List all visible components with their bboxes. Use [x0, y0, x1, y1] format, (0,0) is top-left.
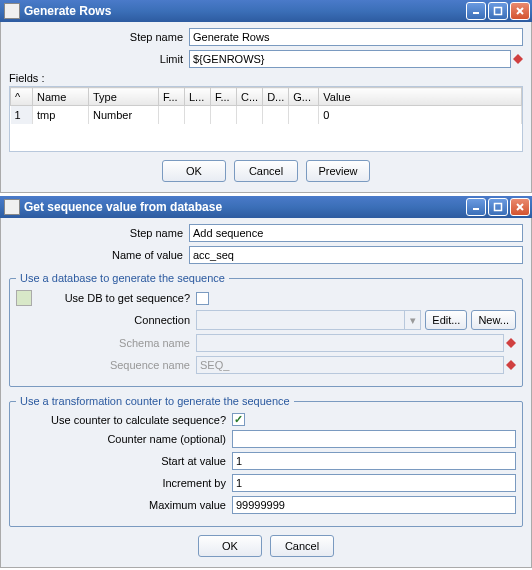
- counter-fieldset: Use a transformation counter to generate…: [9, 395, 523, 527]
- cell-value[interactable]: 0: [319, 106, 522, 124]
- col-idx[interactable]: ^: [11, 88, 33, 106]
- generate-rows-window: Generate Rows Step name Limit Fields : ^: [0, 0, 532, 193]
- use-db-checkbox[interactable]: [196, 292, 209, 305]
- maximize-button[interactable]: [488, 2, 508, 20]
- svg-rect-6: [495, 204, 502, 211]
- svg-marker-4: [513, 54, 523, 64]
- col-value[interactable]: Value: [319, 88, 522, 106]
- titlebar[interactable]: Generate Rows: [0, 0, 532, 22]
- start-at-label: Start at value: [16, 455, 232, 467]
- sequence-name-input: [196, 356, 504, 374]
- sequence-name-label: Sequence name: [16, 359, 196, 371]
- app-icon: [4, 199, 20, 215]
- increment-by-input[interactable]: [232, 474, 516, 492]
- new-connection-button[interactable]: New...: [471, 310, 516, 330]
- step-name-label: Step name: [9, 31, 189, 43]
- maximize-button[interactable]: [488, 198, 508, 216]
- variable-indicator-icon: [506, 338, 516, 348]
- maximum-value-input[interactable]: [232, 496, 516, 514]
- close-button[interactable]: [510, 198, 530, 216]
- col-decimal[interactable]: D...: [263, 88, 289, 106]
- col-precision[interactable]: F...: [211, 88, 237, 106]
- use-counter-label: Use counter to calculate sequence?: [16, 414, 232, 426]
- get-sequence-window: Get sequence value from database Step na…: [0, 196, 532, 568]
- chevron-down-icon: ▾: [404, 311, 420, 329]
- col-name[interactable]: Name: [33, 88, 89, 106]
- variable-indicator-icon: [506, 360, 516, 370]
- limit-input[interactable]: [189, 50, 511, 68]
- step-name-label: Step name: [9, 227, 189, 239]
- table-header-row: ^ Name Type F... L... F... C... D... G..…: [11, 88, 522, 106]
- ok-button[interactable]: OK: [162, 160, 226, 182]
- preview-button[interactable]: Preview: [306, 160, 370, 182]
- col-group[interactable]: G...: [289, 88, 319, 106]
- window-title: Generate Rows: [24, 4, 466, 18]
- limit-label: Limit: [9, 53, 189, 65]
- counter-name-label: Counter name (optional): [16, 433, 232, 445]
- table-row[interactable]: 1 tmp Number 0: [11, 106, 522, 124]
- schema-name-input: [196, 334, 504, 352]
- svg-marker-9: [506, 338, 516, 348]
- help-icon: [16, 290, 32, 306]
- counter-legend: Use a transformation counter to generate…: [16, 395, 294, 407]
- col-currency[interactable]: C...: [237, 88, 263, 106]
- ok-button[interactable]: OK: [198, 535, 262, 557]
- step-name-input[interactable]: [189, 224, 523, 242]
- counter-name-input[interactable]: [232, 430, 516, 448]
- use-counter-checkbox[interactable]: [232, 413, 245, 426]
- minimize-button[interactable]: [466, 198, 486, 216]
- use-db-label: Use DB to get sequence?: [38, 292, 196, 304]
- variable-indicator-icon: [513, 54, 523, 64]
- col-length[interactable]: L...: [185, 88, 211, 106]
- svg-rect-1: [495, 8, 502, 15]
- edit-connection-button[interactable]: Edit...: [425, 310, 467, 330]
- connection-select[interactable]: ▾: [196, 310, 421, 330]
- cell-idx: 1: [11, 106, 33, 124]
- cancel-button[interactable]: Cancel: [234, 160, 298, 182]
- svg-marker-10: [506, 360, 516, 370]
- increment-by-label: Increment by: [16, 477, 232, 489]
- fields-label: Fields :: [9, 72, 523, 84]
- col-format[interactable]: F...: [159, 88, 185, 106]
- database-fieldset: Use a database to generate the sequence …: [9, 272, 523, 387]
- app-icon: [4, 3, 20, 19]
- titlebar[interactable]: Get sequence value from database: [0, 196, 532, 218]
- cell-name[interactable]: tmp: [33, 106, 89, 124]
- fields-table[interactable]: ^ Name Type F... L... F... C... D... G..…: [9, 86, 523, 152]
- window-title: Get sequence value from database: [24, 200, 466, 214]
- database-legend: Use a database to generate the sequence: [16, 272, 229, 284]
- cancel-button[interactable]: Cancel: [270, 535, 334, 557]
- step-name-input[interactable]: [189, 28, 523, 46]
- start-at-input[interactable]: [232, 452, 516, 470]
- name-of-value-input[interactable]: [189, 246, 523, 264]
- schema-name-label: Schema name: [16, 337, 196, 349]
- name-of-value-label: Name of value: [9, 249, 189, 261]
- col-type[interactable]: Type: [89, 88, 159, 106]
- close-button[interactable]: [510, 2, 530, 20]
- minimize-button[interactable]: [466, 2, 486, 20]
- cell-type[interactable]: Number: [89, 106, 159, 124]
- connection-label: Connection: [16, 314, 196, 326]
- maximum-value-label: Maximum value: [16, 499, 232, 511]
